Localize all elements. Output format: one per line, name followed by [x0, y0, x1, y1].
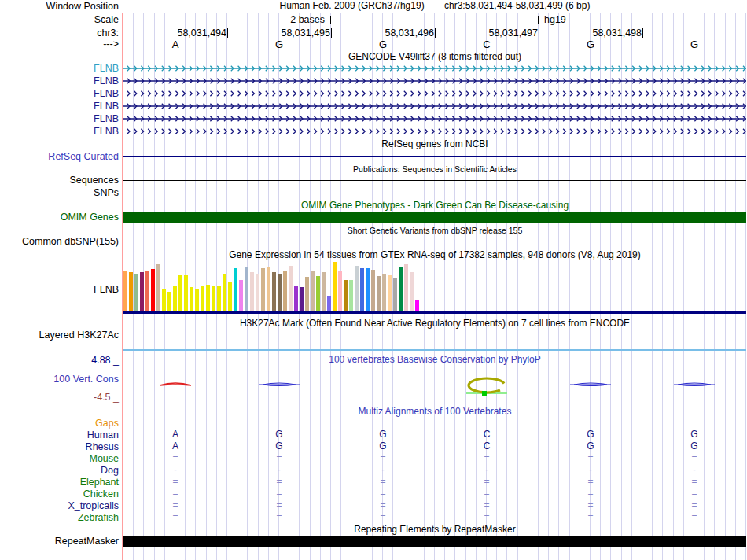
gtex-tissue-bar[interactable]	[228, 282, 232, 311]
sequences-line[interactable]	[123, 180, 746, 181]
multiz-alignment-cell: =	[380, 453, 385, 463]
gencode-gene-label[interactable]: FLNB	[0, 63, 119, 74]
gencode-gene-label[interactable]: FLNB	[0, 88, 119, 99]
gtex-tissue-bar[interactable]	[234, 268, 237, 311]
reference-base: A	[172, 39, 179, 50]
gtex-tissue-bar[interactable]	[239, 280, 243, 311]
multiz-alignment-cell: =	[691, 500, 697, 510]
multiz-alignment-cell: =	[172, 512, 178, 522]
gtex-tissue-bar[interactable]	[283, 271, 287, 311]
sequences-label[interactable]: Sequences	[0, 175, 119, 186]
gtex-tissue-bar[interactable]	[261, 268, 265, 311]
gtex-tissue-bar[interactable]	[278, 274, 282, 311]
gtex-tissue-bar[interactable]	[388, 275, 392, 311]
gencode-gene-label[interactable]: FLNB	[0, 126, 119, 137]
gtex-tissue-bar[interactable]	[399, 267, 403, 311]
gtex-tissue-bar[interactable]	[322, 272, 326, 311]
gtex-tissue-bar[interactable]	[184, 275, 188, 311]
gtex-tissue-bar[interactable]	[195, 289, 199, 311]
cons-min-label: -4.5 _	[0, 392, 119, 403]
gencode-transcripts[interactable]	[123, 63, 746, 138]
repeatmasker-label[interactable]: RepeatMasker	[0, 536, 119, 547]
omim-genes-bar[interactable]	[123, 212, 746, 223]
gtex-tissue-bar[interactable]	[371, 270, 375, 311]
gtex-bar-chart[interactable]	[123, 260, 421, 311]
gtex-gene-label[interactable]: FLNB	[0, 284, 119, 295]
gtex-tissue-bar[interactable]	[162, 289, 166, 311]
gencode-gene-label[interactable]: FLNB	[0, 101, 119, 112]
multiz-alignment-cell: G	[379, 441, 386, 451]
gtex-tissue-bar[interactable]	[404, 264, 408, 311]
gtex-tissue-bar[interactable]	[206, 285, 210, 311]
omim-genes-label[interactable]: OMIM Genes	[0, 212, 119, 223]
gtex-tissue-bar[interactable]	[201, 286, 204, 311]
gtex-tissue-bar[interactable]	[140, 272, 144, 311]
multiz-species-label[interactable]: Gaps	[0, 418, 119, 429]
gtex-tissue-bar[interactable]	[151, 269, 155, 311]
dbsnp-label[interactable]: Common dbSNP(155)	[0, 236, 119, 247]
gtex-tissue-bar[interactable]	[349, 280, 353, 311]
multiz-species-label[interactable]: X_tropicalis	[0, 500, 119, 511]
gencode-gene-label[interactable]: FLNB	[0, 76, 119, 87]
repeatmasker-bar[interactable]	[123, 536, 746, 547]
gtex-tissue-bar[interactable]	[129, 272, 133, 311]
gtex-tissue-bar[interactable]	[415, 300, 419, 311]
gtex-tissue-bar[interactable]	[178, 275, 182, 311]
gtex-tissue-bar[interactable]	[245, 267, 248, 311]
refseq-curated-label[interactable]: RefSeq Curated	[0, 151, 119, 162]
gtex-tissue-bar[interactable]	[145, 271, 149, 311]
gtex-tissue-bar[interactable]	[355, 266, 359, 311]
gtex-tissue-bar[interactable]	[267, 267, 270, 311]
refseq-curated-line[interactable]	[123, 156, 746, 157]
coordinate-tick	[539, 28, 539, 38]
multiz-species-label[interactable]: Mouse	[0, 453, 119, 464]
multiz-alignment-cell: =	[484, 477, 489, 487]
gtex-tissue-bar[interactable]	[393, 278, 397, 311]
gtex-tissue-bar[interactable]	[305, 277, 309, 311]
gtex-tissue-bar[interactable]	[190, 287, 193, 311]
coordinate-label: 58,031,498	[546, 28, 642, 39]
gtex-tissue-bar[interactable]	[360, 268, 364, 311]
multiz-species-label[interactable]: Zebrafish	[0, 512, 119, 523]
gtex-tissue-bar[interactable]	[311, 271, 315, 311]
gtex-tissue-bar[interactable]	[173, 286, 177, 311]
h3k27ac-signal-line[interactable]	[123, 349, 746, 351]
gencode-gene-label[interactable]: FLNB	[0, 113, 119, 124]
multiz-alignment-cell: G	[275, 429, 282, 440]
gtex-tissue-bar[interactable]	[272, 272, 276, 311]
multiz-species-label[interactable]: Chicken	[0, 488, 119, 499]
gtex-tissue-bar[interactable]	[366, 268, 370, 311]
snps-label[interactable]: SNPs	[0, 187, 119, 198]
gtex-tissue-bar[interactable]	[217, 286, 221, 311]
gtex-tissue-bar[interactable]	[333, 262, 337, 311]
gtex-tissue-bar[interactable]	[289, 266, 293, 311]
gtex-tissue-bar[interactable]	[316, 276, 320, 311]
gtex-tissue-bar[interactable]	[300, 287, 304, 311]
gtex-tissue-bar[interactable]	[410, 272, 414, 311]
cons-glyphs[interactable]	[123, 376, 746, 400]
gtex-tissue-bar[interactable]	[377, 276, 381, 311]
multiz-species-label[interactable]: Elephant	[0, 477, 119, 488]
multiz-species-label[interactable]: Human	[0, 429, 119, 440]
multiz-species-label[interactable]: Dog	[0, 465, 119, 476]
gtex-tissue-bar[interactable]	[123, 271, 127, 311]
gtex-tissue-bar[interactable]	[294, 286, 298, 311]
multiz-alignment-cell: =	[276, 477, 282, 487]
gtex-tissue-bar[interactable]	[338, 271, 342, 311]
gtex-tissue-bar[interactable]	[212, 286, 215, 311]
gtex-tissue-bar[interactable]	[167, 292, 171, 311]
multiz-alignment-cell: =	[172, 453, 178, 463]
multiz-alignment-cell: G	[587, 429, 594, 440]
gtex-tissue-bar[interactable]	[134, 274, 138, 311]
cons-label[interactable]: 100 Vert. Cons	[0, 374, 119, 385]
gtex-tissue-bar[interactable]	[250, 272, 254, 311]
gtex-tissue-bar[interactable]	[156, 264, 160, 311]
gtex-tissue-bar[interactable]	[223, 274, 226, 311]
gtex-tissue-bar[interactable]	[327, 296, 331, 311]
multiz-alignment-cell: =	[276, 500, 282, 510]
multiz-species-label[interactable]: Rhesus	[0, 441, 119, 452]
gtex-tissue-bar[interactable]	[382, 274, 386, 311]
gtex-tissue-bar[interactable]	[256, 274, 259, 311]
gtex-tissue-bar[interactable]	[344, 280, 348, 311]
h3k27ac-label[interactable]: Layered H3K27Ac	[0, 330, 119, 341]
